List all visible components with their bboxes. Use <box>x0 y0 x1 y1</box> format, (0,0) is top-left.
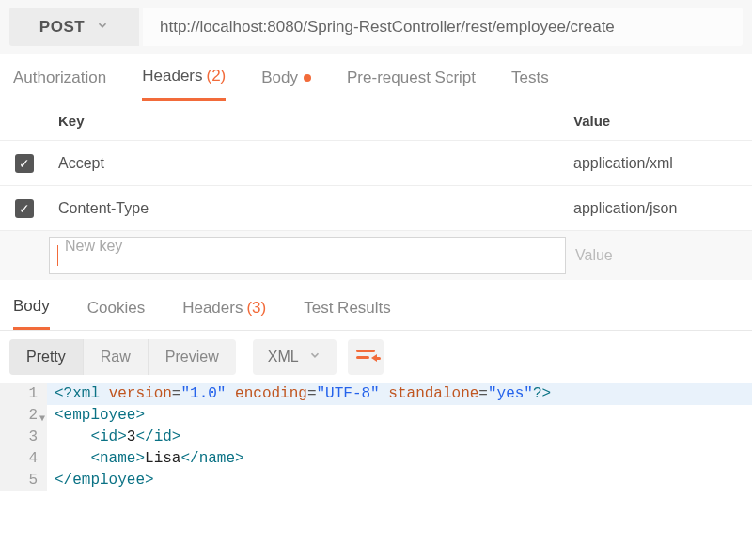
col-header-value: Value <box>564 113 752 129</box>
code-text: <?xml version="1.0" encoding="UTF-8" sta… <box>47 383 752 405</box>
chevron-down-icon <box>308 349 321 366</box>
tab-count: (2) <box>207 67 227 86</box>
wrap-icon <box>356 350 375 365</box>
button-label: Raw <box>101 349 131 366</box>
new-key-placeholder: New key <box>65 238 122 254</box>
tab-body[interactable]: Body <box>261 54 311 101</box>
response-tabs: Body Cookies Headers (3) Test Results <box>0 286 752 331</box>
line-number: 5 <box>0 470 47 491</box>
code-text: <employee> <box>47 405 752 427</box>
code-line: 5</employee> <box>0 470 752 491</box>
tab-pre-request-script[interactable]: Pre-request Script <box>347 54 476 101</box>
tab-headers[interactable]: Headers (2) <box>142 54 226 101</box>
code-line: 4 <name>Lisa</name> <box>0 448 752 470</box>
tab-response-test-results[interactable]: Test Results <box>304 286 391 330</box>
response-toolbar: Pretty Raw Preview XML <box>0 331 752 383</box>
tab-count: (3) <box>246 299 266 318</box>
tab-response-body[interactable]: Body <box>13 286 50 330</box>
request-tabs: Authorization Headers (2) Body Pre-reque… <box>0 54 752 101</box>
tab-label: Test Results <box>304 299 391 318</box>
tab-label: Headers <box>142 67 202 86</box>
format-select[interactable]: XML <box>253 339 337 375</box>
url-input[interactable]: http://localhost:8080/Spring-RestControl… <box>143 8 743 46</box>
code-text: </employee> <box>47 470 752 491</box>
tab-label: Pre-request Script <box>347 69 476 87</box>
line-number: 3 <box>0 427 47 448</box>
chevron-down-icon <box>96 18 109 37</box>
tab-label: Headers <box>182 299 243 318</box>
header-key-cell[interactable]: Content-Type <box>49 200 564 217</box>
response-body-code[interactable]: 1<?xml version="1.0" encoding="UTF-8" st… <box>0 383 752 491</box>
header-value-cell[interactable]: application/json <box>564 200 752 217</box>
format-label: XML <box>268 349 299 366</box>
header-value-cell[interactable]: application/xml <box>564 155 752 172</box>
new-key-input[interactable]: New key <box>49 237 566 274</box>
http-method-label: POST <box>39 18 85 37</box>
tab-response-cookies[interactable]: Cookies <box>87 286 145 330</box>
code-line: 3 <id>3</id> <box>0 427 752 448</box>
view-mode-group: Pretty Raw Preview <box>9 339 236 375</box>
line-number: 2▼ <box>0 405 47 427</box>
tab-label: Authorization <box>13 69 106 87</box>
wrap-lines-button[interactable] <box>348 339 384 375</box>
headers-table-header: Key Value <box>0 101 752 141</box>
header-enabled-checkbox[interactable]: ✓ <box>15 199 34 218</box>
tab-label: Body <box>13 297 50 316</box>
code-line: 1<?xml version="1.0" encoding="UTF-8" st… <box>0 383 752 405</box>
code-line: 2▼<employee> <box>0 405 752 427</box>
button-label: Preview <box>165 349 219 366</box>
code-text: <id>3</id> <box>47 427 752 448</box>
request-bar: POST http://localhost:8080/Spring-RestCo… <box>0 0 752 54</box>
code-text: <name>Lisa</name> <box>47 448 752 470</box>
new-value-input[interactable]: Value <box>566 247 744 264</box>
header-row: ✓Content-Typeapplication/json <box>0 186 752 231</box>
tab-tests[interactable]: Tests <box>511 54 549 101</box>
tab-label: Cookies <box>87 299 145 318</box>
line-number: 1 <box>0 383 47 405</box>
col-header-key: Key <box>49 113 564 129</box>
view-raw-button[interactable]: Raw <box>83 339 148 375</box>
header-enabled-checkbox[interactable]: ✓ <box>15 154 34 173</box>
header-row: ✓Acceptapplication/xml <box>0 141 752 186</box>
headers-table: Key Value ✓Acceptapplication/xml✓Content… <box>0 101 752 280</box>
button-label: Pretty <box>26 349 66 366</box>
url-text: http://localhost:8080/Spring-RestControl… <box>160 18 615 37</box>
line-number: 4 <box>0 448 47 470</box>
tab-authorization[interactable]: Authorization <box>13 54 106 101</box>
new-header-row: New key Value <box>0 231 752 280</box>
view-pretty-button[interactable]: Pretty <box>9 339 83 375</box>
new-value-placeholder: Value <box>575 247 613 263</box>
header-key-cell[interactable]: Accept <box>49 155 564 172</box>
tab-response-headers[interactable]: Headers (3) <box>182 286 266 330</box>
modified-dot-icon <box>304 74 311 82</box>
tab-label: Body <box>261 69 298 87</box>
tab-label: Tests <box>511 69 549 87</box>
http-method-select[interactable]: POST <box>9 8 139 46</box>
view-preview-button[interactable]: Preview <box>148 339 236 375</box>
